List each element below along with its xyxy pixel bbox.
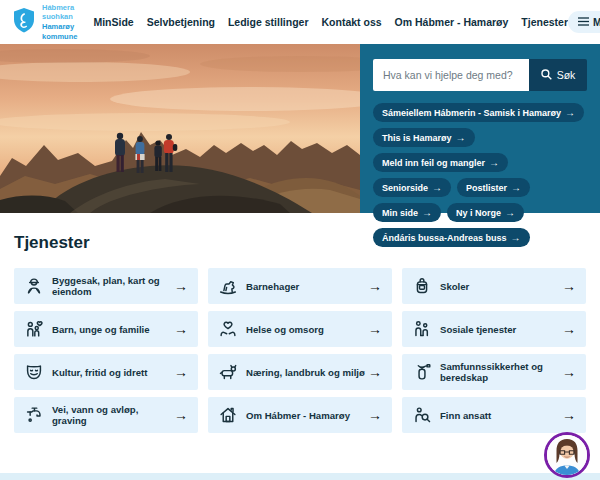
family-heart-icon: [23, 318, 45, 340]
search-icon: [541, 69, 552, 82]
arrow-right-icon: →: [422, 207, 432, 218]
arrow-right-icon: →: [562, 278, 576, 294]
arrow-right-icon: →: [562, 364, 576, 380]
arrow-right-icon: →: [368, 321, 382, 337]
nav-item-minside[interactable]: MinSide: [93, 16, 133, 28]
nav-item-ledige-stillinger[interactable]: Ledige stillinger: [228, 16, 309, 28]
arrow-right-icon: →: [174, 364, 188, 380]
service-card-barn-unge-familie[interactable]: Barn, unge og familie →: [14, 311, 198, 347]
hamburger-icon: [578, 16, 589, 28]
municipality-crest-icon: [12, 7, 36, 38]
chat-assistant-avatar: [547, 435, 587, 475]
hero-search-input[interactable]: [373, 59, 529, 91]
nav-item-tjenester[interactable]: Tjenester: [521, 16, 568, 28]
quick-link-andreas-buss[interactable]: Ándáris bussa-Andreas buss→: [373, 228, 530, 247]
logo-text: Hábmera suohkan Hamarøy kommune: [42, 3, 77, 42]
rocking-horse-icon: [217, 275, 239, 297]
arrow-right-icon: →: [456, 132, 466, 143]
service-card-sosiale-tjenester[interactable]: Sosiale tjenester →: [402, 311, 586, 347]
hamaroy-kommune-homepage: Hábmera suohkan Hamarøy kommune MinSide …: [0, 0, 600, 480]
municipality-logo[interactable]: Hábmera suohkan Hamarøy kommune: [12, 3, 77, 42]
service-card-om-habmer[interactable]: Om Hábmer - Hamarøy →: [208, 397, 392, 433]
hero-search-button-label: Søk: [557, 69, 576, 81]
footer-strip: [0, 473, 600, 480]
arrow-right-icon: →: [511, 232, 521, 243]
logo-line-sami: Hábmera suohkan: [42, 3, 77, 23]
service-card-naering[interactable]: Næring, landbruk og miljø →: [208, 354, 392, 390]
arrow-right-icon: →: [432, 182, 442, 193]
services-grid: Byggesak, plan, kart og eiendom → Barneh…: [14, 268, 586, 433]
arrow-right-icon: →: [368, 407, 382, 423]
service-card-beredskap[interactable]: Samfunnssikkerhet og beredskap →: [402, 354, 586, 390]
service-card-kultur[interactable]: Kultur, fritid og idrett →: [14, 354, 198, 390]
hero-search-button[interactable]: Søk: [529, 59, 587, 91]
arrow-right-icon: →: [368, 278, 382, 294]
hands-heart-icon: [217, 318, 239, 340]
logo-line-norwegian: Hamarøy kommune: [42, 22, 77, 42]
hero-search-row: Søk: [373, 59, 587, 91]
quick-link-postlister[interactable]: Postlister→: [457, 178, 530, 197]
menu-button[interactable]: Meny: [568, 11, 600, 33]
construction-worker-icon: [23, 275, 45, 297]
nav-item-kontakt-oss[interactable]: Kontakt oss: [321, 16, 381, 28]
cow-icon: [217, 361, 239, 383]
quick-link-seniorside[interactable]: Seniorside→: [373, 178, 451, 197]
quick-links: Sámeiellem Hábmerin - Samisk i Hamarøy→ …: [373, 103, 587, 247]
arrow-right-icon: →: [505, 207, 515, 218]
hero-landscape-photo: [0, 44, 360, 213]
people-group-icon: [411, 318, 433, 340]
nav-item-om-habmer[interactable]: Om Hábmer - Hamarøy: [395, 16, 509, 28]
service-card-barnehager[interactable]: Barnehager →: [208, 268, 392, 304]
arrow-right-icon: →: [174, 407, 188, 423]
house-icon: [217, 404, 239, 426]
quick-link-samisk[interactable]: Sámeiellem Hábmerin - Samisk i Hamarøy→: [373, 103, 584, 122]
arrow-right-icon: →: [368, 364, 382, 380]
quick-link-meld-feil[interactable]: Meld inn feil og mangler→: [373, 153, 508, 172]
services-section: Tjenester Byggesak, plan, kart og eiendo…: [0, 233, 600, 433]
arrow-right-icon: →: [511, 182, 521, 193]
service-card-vei-vann[interactable]: Vei, vann og avløp, graving →: [14, 397, 198, 433]
hero-section: Søk Sámeiellem Hábmerin - Samisk i Hamar…: [0, 44, 600, 213]
top-header: Hábmera suohkan Hamarøy kommune MinSide …: [0, 0, 600, 44]
menu-button-label: Meny: [593, 16, 600, 28]
service-card-helse-omsorg[interactable]: Helse og omsorg →: [208, 311, 392, 347]
service-card-finn-ansatt[interactable]: Finn ansatt →: [402, 397, 586, 433]
hero-search-panel: Søk Sámeiellem Hábmerin - Samisk i Hamar…: [360, 44, 600, 213]
nav-item-selvbetjening[interactable]: Selvbetjening: [147, 16, 215, 28]
person-search-icon: [411, 404, 433, 426]
arrow-right-icon: →: [562, 321, 576, 337]
quick-link-min-side[interactable]: Min side→: [373, 203, 441, 222]
arrow-right-icon: →: [174, 321, 188, 337]
chat-assistant-button[interactable]: [544, 432, 590, 478]
main-nav: MinSide Selvbetjening Ledige stillinger …: [93, 16, 568, 28]
fire-extinguisher-icon: [411, 361, 433, 383]
service-card-skoler[interactable]: Skoler →: [402, 268, 586, 304]
quick-link-ny-i-norge[interactable]: Ny i Norge→: [447, 203, 524, 222]
theater-mask-icon: [23, 361, 45, 383]
header-actions: Meny Søk: [568, 11, 600, 33]
faucet-icon: [23, 404, 45, 426]
backpack-icon: [411, 275, 433, 297]
arrow-right-icon: →: [489, 157, 499, 168]
arrow-right-icon: →: [562, 407, 576, 423]
arrow-right-icon: →: [565, 107, 575, 118]
quick-link-this-is-hamaroy[interactable]: This is Hamarøy→: [373, 128, 475, 147]
service-card-byggesak[interactable]: Byggesak, plan, kart og eiendom →: [14, 268, 198, 304]
arrow-right-icon: →: [174, 278, 188, 294]
